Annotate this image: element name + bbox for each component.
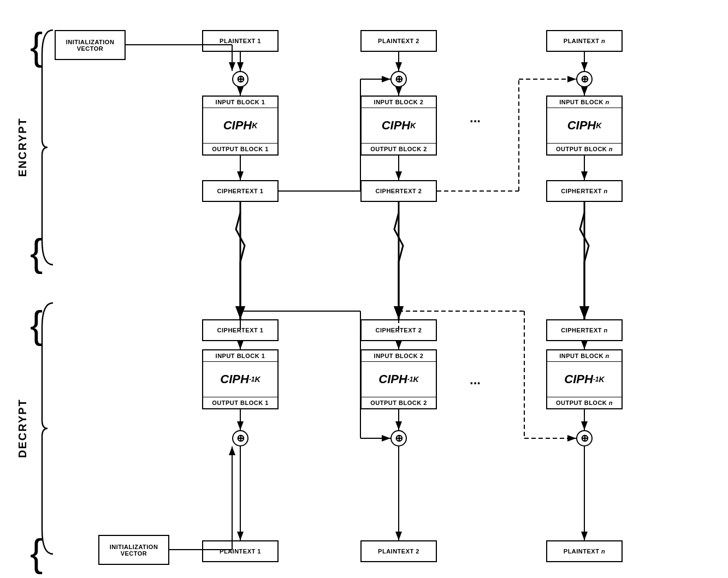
dec-ciph1: CIPH-1K xyxy=(203,362,277,397)
dec-plaintextn-box: PLAINTEXT n xyxy=(546,540,623,562)
enc-plaintext1-box: PLAINTEXT 1 xyxy=(202,30,279,52)
dec-xor2: ⊕ xyxy=(390,430,407,446)
diagram: ENCRYPT DECRYPT { { { { INITIALIZATIONVE… xyxy=(0,0,728,578)
dec-output-block2: OUTPUT BLOCK 2 xyxy=(362,397,436,408)
svg-text:···: ··· xyxy=(470,114,481,128)
enc-ciphertext1-box: CIPHERTEXT 1 xyxy=(202,180,279,202)
decrypt-label: DECRYPT xyxy=(16,306,29,551)
encrypt-label: ENCRYPT xyxy=(16,33,29,262)
dec-xor1: ⊕ xyxy=(232,430,248,446)
enc-input-block1: INPUT BLOCK 1 xyxy=(203,97,277,108)
dec-init-vector-label: INITIALIZATIONVECTOR xyxy=(110,544,158,557)
dec-ciphertext1-box: CIPHERTEXT 1 xyxy=(202,319,279,341)
enc-ciphertext1-label: CIPHERTEXT 1 xyxy=(217,188,264,194)
enc-xor2: ⊕ xyxy=(390,71,407,87)
dec-output-block1: OUTPUT BLOCK 1 xyxy=(203,397,277,408)
dec-input-block2: INPUT BLOCK 2 xyxy=(362,350,436,362)
enc-input-blockn: INPUT BLOCK n xyxy=(547,97,622,108)
dec-plaintext2-label: PLAINTEXT 2 xyxy=(378,548,419,555)
dec-ciph-blockn: INPUT BLOCK n CIPH-1K OUTPUT BLOCK n xyxy=(546,349,623,409)
enc-ciphertext2-box: CIPHERTEXT 2 xyxy=(360,180,437,202)
enc-input-block2: INPUT BLOCK 2 xyxy=(362,97,436,108)
enc-ciphertextn-box: CIPHERTEXT n xyxy=(546,180,623,202)
enc-ciphertext2-label: CIPHERTEXT 2 xyxy=(376,188,422,194)
enc-brace-visual xyxy=(39,27,56,270)
dec-ciphertext2-label: CIPHERTEXT 2 xyxy=(376,327,422,333)
enc-plaintextn-box: PLAINTEXT n xyxy=(546,30,623,52)
dec-brace-visual xyxy=(39,300,56,559)
enc-ciphertextn-label: CIPHERTEXT n xyxy=(561,188,607,194)
svg-text:···: ··· xyxy=(470,376,481,390)
dec-plaintext1-label: PLAINTEXT 1 xyxy=(220,548,261,555)
enc-output-block2: OUTPUT BLOCK 2 xyxy=(362,143,436,154)
enc-ciph-block2: INPUT BLOCK 2 CIPHK OUTPUT BLOCK 2 xyxy=(360,96,437,156)
enc-ciph-blockn: INPUT BLOCK n CIPHK OUTPUT BLOCK n xyxy=(546,96,623,156)
dec-ciphertextn-label: CIPHERTEXT n xyxy=(561,327,607,333)
dec-plaintext1-box: PLAINTEXT 1 xyxy=(202,540,279,562)
enc-plaintext2-label: PLAINTEXT 2 xyxy=(378,38,419,44)
enc-plaintext2-box: PLAINTEXT 2 xyxy=(360,30,437,52)
enc-ciph2: CIPHK xyxy=(362,108,436,143)
enc-xor1: ⊕ xyxy=(232,71,248,87)
dec-input-block1: INPUT BLOCK 1 xyxy=(203,350,277,362)
enc-init-vector-label: INITIALIZATIONVECTOR xyxy=(66,39,115,52)
dec-plaintextn-label: PLAINTEXT n xyxy=(564,548,605,555)
enc-ciphn: CIPHK xyxy=(547,108,622,143)
dec-plaintext2-box: PLAINTEXT 2 xyxy=(360,540,437,562)
enc-init-vector-box: INITIALIZATIONVECTOR xyxy=(55,30,126,60)
dec-ciph-block2: INPUT BLOCK 2 CIPH-1K OUTPUT BLOCK 2 xyxy=(360,349,437,409)
enc-output-block1: OUTPUT BLOCK 1 xyxy=(203,143,277,154)
dec-ciphertext1-label: CIPHERTEXT 1 xyxy=(217,327,264,333)
dec-ciph-block1: INPUT BLOCK 1 CIPH-1K OUTPUT BLOCK 1 xyxy=(202,349,279,409)
enc-plaintext1-label: PLAINTEXT 1 xyxy=(220,38,261,44)
enc-ciph1: CIPHK xyxy=(203,108,277,143)
dec-ciphertextn-box: CIPHERTEXT n xyxy=(546,319,623,341)
dec-input-blockn: INPUT BLOCK n xyxy=(547,350,622,362)
dec-xorn: ⊕ xyxy=(576,430,593,446)
dec-ciphn: CIPH-1K xyxy=(547,362,622,397)
enc-ciph-block1: INPUT BLOCK 1 CIPHK OUTPUT BLOCK 1 xyxy=(202,96,279,156)
enc-output-blockn: OUTPUT BLOCK n xyxy=(547,143,622,154)
dec-output-blockn: OUTPUT BLOCK n xyxy=(547,397,622,408)
dec-ciph2: CIPH-1K xyxy=(362,362,436,397)
dec-ciphertext2-box: CIPHERTEXT 2 xyxy=(360,319,437,341)
dec-init-vector-box: INITIALIZATIONVECTOR xyxy=(98,535,169,565)
arrows-overlay: ··· ··· xyxy=(0,0,728,578)
enc-xorn: ⊕ xyxy=(576,71,593,87)
enc-plaintextn-label: PLAINTEXT n xyxy=(564,38,605,44)
